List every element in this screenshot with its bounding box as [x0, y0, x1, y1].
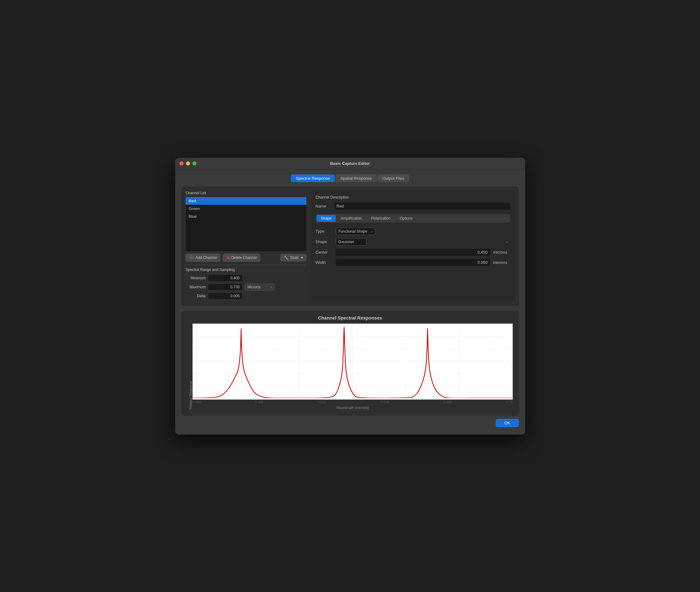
- tab-output-files[interactable]: Output Files: [378, 175, 409, 182]
- x-tick-5: 0.73: [506, 400, 512, 404]
- sampling-title: Spectral Range and Sampling: [186, 267, 307, 272]
- center-unit: microns: [493, 250, 510, 255]
- minimum-row: Minimum: [186, 275, 307, 281]
- channel-buttons: ➕ Add Channel ✖ Delete Channel 🔧 Tools ▾: [186, 254, 307, 262]
- title-bar: Basic Capture Editor: [175, 158, 525, 169]
- main-window: Basic Capture Editor Spectral Response S…: [175, 158, 525, 435]
- delete-channel-button[interactable]: ✖ Delete Channel: [223, 254, 260, 262]
- x-tick-2: 0.532: [318, 400, 326, 404]
- spectral-chart-svg: 0.796 0.637 0.478 0.319 0.160 0.000: [193, 324, 512, 398]
- sub-tab-options[interactable]: Options: [395, 215, 417, 222]
- minimize-button[interactable]: [186, 161, 190, 165]
- close-button[interactable]: [180, 161, 184, 165]
- center-input[interactable]: [336, 249, 490, 256]
- left-panel: Channel List Red Green Blue ➕ Add Channe…: [186, 191, 307, 302]
- shape-select-wrapper: Gaussian Rectangular Triangular: [336, 238, 510, 246]
- name-row: Name: [316, 203, 510, 210]
- type-row: Type Functional Shape Sampled: [316, 228, 510, 235]
- type-select-wrapper: Functional Shape Sampled: [336, 228, 375, 235]
- tools-button[interactable]: 🔧 Tools ▾: [280, 254, 306, 261]
- delete-channel-label: Delete Channel: [231, 255, 257, 260]
- sub-tab-bar: Shape Amplification Polarization Options: [316, 214, 510, 223]
- sub-tab-shape[interactable]: Shape: [317, 215, 336, 222]
- width-row: Width microns: [316, 259, 510, 266]
- x-tick-4: 0.664: [443, 400, 452, 404]
- delta-label: Delta: [186, 294, 206, 298]
- tab-spectral-response[interactable]: Spectral Response: [291, 175, 335, 182]
- tools-label: Tools: [290, 255, 298, 260]
- bottom-bar: OK: [181, 416, 519, 428]
- traffic-lights: [180, 161, 196, 165]
- channel-item-red[interactable]: Red: [186, 197, 307, 205]
- tools-chevron-icon: ▾: [301, 255, 303, 260]
- tools-icon: 🔧: [284, 255, 288, 260]
- delta-input[interactable]: [208, 293, 242, 299]
- channel-desc-title: Channel Description: [316, 195, 510, 199]
- unit-select[interactable]: Microns Nanometers: [245, 284, 275, 290]
- name-field-label: Name: [316, 204, 331, 208]
- channel-list: Red Green Blue: [186, 197, 307, 251]
- sub-tab-amplification[interactable]: Amplification: [336, 215, 366, 222]
- name-input[interactable]: [334, 203, 510, 210]
- shape-row: Shape Gaussian Rectangular Triangular: [316, 238, 510, 246]
- content-area: Spectral Response Spatial Response Outpu…: [175, 169, 525, 435]
- x-tick-0: 0.400: [192, 400, 201, 404]
- unit-select-wrapper: Microns Nanometers: [245, 284, 275, 290]
- channel-list-label: Channel List: [186, 191, 307, 195]
- delete-icon: ✖: [226, 255, 230, 260]
- channel-item-green[interactable]: Green: [186, 205, 307, 212]
- x-tick-3: 0.598: [381, 400, 389, 404]
- window-title: Basic Capture Editor: [330, 161, 370, 166]
- add-channel-button[interactable]: ➕ Add Channel: [186, 254, 220, 262]
- y-axis-label: Relative Response: [188, 324, 192, 409]
- chart-inner: 0.796 0.637 0.478 0.319 0.160 0.000: [192, 324, 513, 409]
- center-row: Center microns: [316, 249, 510, 256]
- maximum-label: Maximum: [186, 285, 206, 289]
- tab-spatial-response[interactable]: Spatial Response: [335, 175, 377, 182]
- maximum-row: Maximum Microns Nanometers: [186, 284, 307, 290]
- main-tab-bar: Spectral Response Spatial Response Outpu…: [181, 175, 519, 182]
- type-label: Type: [316, 229, 333, 234]
- chart-title: Channel Spectral Responses: [188, 315, 513, 320]
- minimum-input[interactable]: [208, 275, 242, 281]
- maximum-input[interactable]: [208, 284, 242, 290]
- right-panel: Channel Description Name Shape Amplifica…: [311, 191, 515, 302]
- chart-container: Relative Response: [188, 324, 513, 409]
- shape-label: Shape: [316, 239, 333, 244]
- add-channel-label: Add Channel: [196, 255, 217, 260]
- width-label: Width: [316, 260, 333, 265]
- width-input[interactable]: [336, 259, 490, 266]
- chart-svg: 0.796 0.637 0.478 0.319 0.160 0.000: [192, 324, 513, 400]
- main-panel: Channel List Red Green Blue ➕ Add Channe…: [181, 187, 519, 306]
- x-tick-1: 0.466: [255, 400, 264, 404]
- sampling-section: Spectral Range and Sampling Minimum Maxi…: [186, 265, 307, 299]
- channel-item-blue[interactable]: Blue: [186, 212, 307, 220]
- sub-tab-polarization[interactable]: Polarization: [367, 215, 395, 222]
- center-label: Center: [316, 250, 333, 255]
- width-unit: microns: [493, 260, 510, 265]
- ok-button[interactable]: OK: [496, 419, 519, 427]
- add-icon: ➕: [189, 255, 194, 260]
- delta-row: Delta: [186, 293, 307, 299]
- shape-select[interactable]: Gaussian Rectangular Triangular: [336, 238, 366, 246]
- x-axis-label: Wavelength [microns]: [192, 406, 513, 409]
- minimum-label: Minimum: [186, 276, 206, 280]
- maximize-button[interactable]: [192, 161, 196, 165]
- type-select[interactable]: Functional Shape Sampled: [336, 228, 375, 235]
- chart-area: Channel Spectral Responses Relative Resp…: [181, 311, 519, 416]
